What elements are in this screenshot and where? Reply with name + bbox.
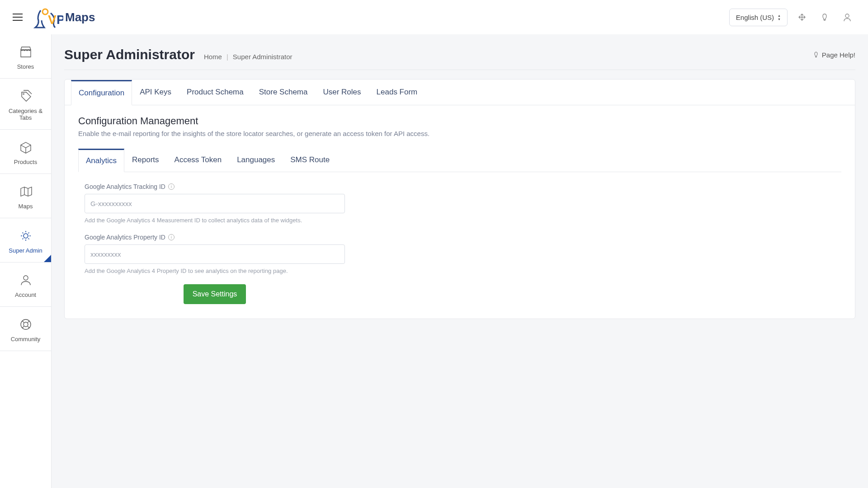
- sidebar-item-label: Categories & Tabs: [3, 108, 48, 121]
- sidebar-item-label: Super Admin: [9, 247, 42, 254]
- save-settings-button[interactable]: Save Settings: [184, 284, 246, 304]
- bulb-icon[interactable]: [816, 9, 833, 25]
- fullscreen-icon[interactable]: [794, 9, 810, 25]
- sidebar-item-categories[interactable]: Categories & Tabs: [0, 79, 51, 130]
- page-help-label: Page Help!: [822, 51, 855, 59]
- secondary-tabs: Analytics Reports Access Token Languages…: [78, 148, 841, 172]
- sort-icon: [778, 14, 781, 21]
- breadcrumb-home[interactable]: Home: [204, 53, 222, 61]
- analytics-form: Google Analytics Tracking ID i Add the G…: [78, 172, 841, 309]
- tab-configuration[interactable]: Configuration: [71, 80, 132, 105]
- bulb-icon: [813, 52, 819, 58]
- breadcrumb-current: Super Administrator: [233, 53, 292, 61]
- lifebuoy-icon: [19, 318, 33, 331]
- svg-point-3: [845, 14, 849, 18]
- sidebar: Stores Categories & Tabs Products Maps S…: [0, 34, 52, 488]
- svg-point-4: [23, 94, 24, 95]
- logo-text: Maps: [65, 10, 95, 24]
- ga-tracking-label: Google Analytics Tracking ID i: [85, 183, 345, 190]
- app-header: V P Maps English (US): [0, 0, 868, 34]
- svg-point-5: [24, 234, 28, 238]
- user-avatar-icon[interactable]: [839, 9, 855, 25]
- tab-product-schema[interactable]: Product Schema: [179, 80, 251, 105]
- tag-icon: [19, 89, 33, 103]
- tab-api-keys[interactable]: API Keys: [132, 80, 179, 105]
- page-title: Super Administrator: [64, 47, 195, 62]
- sidebar-item-account[interactable]: Account: [0, 263, 51, 307]
- section-title: Configuration Management: [78, 115, 841, 127]
- svg-point-8: [24, 322, 28, 327]
- user-icon: [19, 273, 33, 287]
- box-icon: [19, 141, 33, 154]
- svg-point-6: [24, 276, 28, 280]
- info-icon[interactable]: i: [168, 234, 175, 240]
- header-left: V P Maps: [13, 5, 95, 29]
- ga-tracking-help: Add the Google Analytics 4 Measurement I…: [85, 217, 345, 224]
- svg-point-0: [42, 9, 48, 14]
- sidebar-item-community[interactable]: Community: [0, 307, 51, 351]
- language-selector-label: English (US): [736, 14, 774, 21]
- app-logo[interactable]: V P Maps: [32, 5, 95, 29]
- sidebar-item-products[interactable]: Products: [0, 130, 51, 174]
- info-icon[interactable]: i: [168, 183, 175, 190]
- ga-tracking-input[interactable]: [85, 194, 345, 213]
- header-right: English (US): [729, 9, 855, 26]
- language-selector[interactable]: English (US): [729, 9, 788, 26]
- subtab-reports[interactable]: Reports: [124, 149, 167, 172]
- section-description: Enable the e-mail reporting for the insi…: [78, 130, 841, 137]
- subtab-sms-route[interactable]: SMS Route: [283, 149, 337, 172]
- map-icon: [19, 185, 33, 198]
- sidebar-item-label: Account: [15, 291, 36, 298]
- sidebar-item-label: Maps: [19, 203, 33, 210]
- main-content: Super Administrator Home | Super Adminis…: [52, 34, 868, 488]
- svg-text:P: P: [57, 13, 63, 27]
- tab-store-schema[interactable]: Store Schema: [251, 80, 316, 105]
- store-icon: [19, 45, 33, 59]
- svg-text:V: V: [48, 13, 57, 27]
- primary-tabs: Configuration API Keys Product Schema St…: [65, 80, 855, 105]
- ga-property-input[interactable]: [85, 244, 345, 264]
- breadcrumb-separator: |: [226, 53, 228, 61]
- tab-leads-form[interactable]: Leads Form: [369, 80, 425, 105]
- sidebar-item-label: Community: [11, 336, 41, 343]
- sidebar-item-stores[interactable]: Stores: [0, 34, 51, 79]
- sidebar-item-label: Stores: [17, 63, 34, 70]
- subtab-languages[interactable]: Languages: [229, 149, 283, 172]
- ga-property-label: Google Analytics Property ID i: [85, 234, 345, 241]
- gear-icon: [19, 229, 33, 243]
- sidebar-item-label: Products: [14, 159, 37, 165]
- subtab-access-token[interactable]: Access Token: [167, 149, 230, 172]
- page-help-link[interactable]: Page Help!: [813, 51, 855, 59]
- logo-icon: V P: [32, 5, 63, 29]
- sidebar-item-maps[interactable]: Maps: [0, 174, 51, 218]
- ga-property-help: Add the Google Analytics 4 Property ID t…: [85, 267, 345, 274]
- subtab-analytics[interactable]: Analytics: [78, 149, 124, 172]
- breadcrumb: Home | Super Administrator: [204, 53, 292, 61]
- page-header: Super Administrator Home | Super Adminis…: [64, 47, 855, 70]
- config-card: Configuration API Keys Product Schema St…: [64, 79, 855, 319]
- menu-toggle-icon[interactable]: [13, 14, 23, 21]
- sidebar-item-super-admin[interactable]: Super Admin: [0, 218, 51, 263]
- tab-user-roles[interactable]: User Roles: [315, 80, 368, 105]
